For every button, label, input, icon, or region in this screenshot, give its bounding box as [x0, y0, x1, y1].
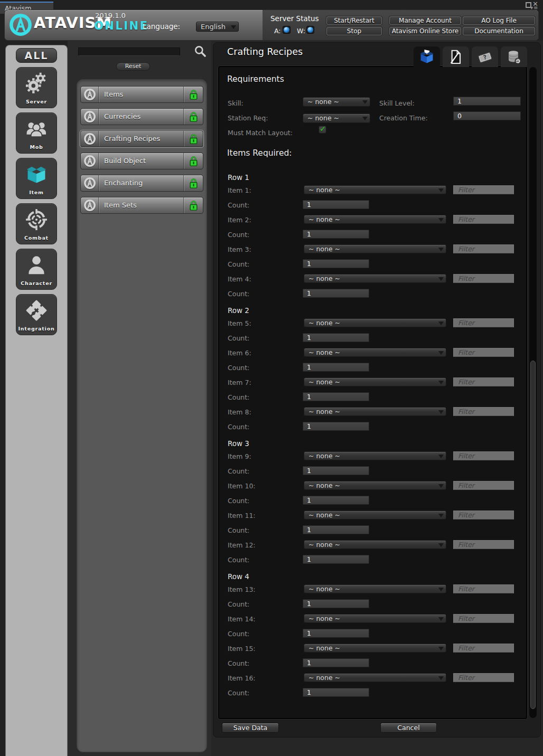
documentation-button[interactable]: Documentation [463, 27, 535, 35]
item-6-select[interactable]: ~ none ~ [304, 348, 446, 357]
skill-label: Skill: [228, 99, 244, 107]
atavism-circle-a-icon [81, 87, 98, 102]
save-data-button[interactable]: Save Data [222, 723, 279, 733]
item-10-select[interactable]: ~ none ~ [304, 481, 446, 490]
start-restart-button[interactable]: Start/Restart [326, 16, 382, 25]
sidebar-item-item[interactable]: Item [16, 158, 57, 199]
world-server-label: W: [297, 27, 305, 35]
item-5-filter-input[interactable] [453, 318, 514, 327]
item-2-filter-input[interactable] [453, 215, 514, 224]
item-1-count-input[interactable] [303, 200, 369, 209]
sidebar-item-server[interactable]: Server [16, 67, 57, 108]
item-7-filter-input[interactable] [453, 377, 514, 386]
item-16-select[interactable]: ~ none ~ [304, 673, 446, 682]
item-11-select[interactable]: ~ none ~ [304, 511, 446, 519]
item-5-select[interactable]: ~ none ~ [304, 318, 446, 327]
nav-item-enchanting[interactable]: Enchanting [80, 175, 203, 192]
creation-time-input[interactable] [453, 111, 521, 120]
sidebar-item-label: Character [21, 280, 52, 286]
skill-level-input[interactable] [453, 97, 521, 106]
nav-item-item-sets[interactable]: Item Sets [80, 197, 203, 214]
ao-log-file-button[interactable]: AO Log File [463, 16, 535, 25]
item-9-select[interactable]: ~ none ~ [304, 451, 446, 460]
item-15-select[interactable]: ~ none ~ [304, 644, 446, 653]
atavism-store-button[interactable]: Atavism Online Store [389, 27, 461, 35]
item-16-count-input[interactable] [303, 688, 369, 697]
item-7-select[interactable]: ~ none ~ [304, 377, 446, 386]
nav-item-label: Item Sets [99, 197, 183, 213]
item-12-filter-input[interactable] [453, 540, 514, 549]
cancel-button[interactable]: Cancel [380, 723, 437, 733]
lock-icon [184, 109, 203, 125]
item-3-filter-input[interactable] [453, 244, 514, 253]
item-13-filter-input[interactable] [453, 584, 514, 593]
nav-item-label: Enchanting [99, 175, 183, 191]
main-tab-blue-box[interactable] [414, 46, 440, 69]
item-5-count-input[interactable] [303, 333, 369, 342]
item-9-label: Item 9: [228, 452, 251, 460]
item-14-count-input[interactable] [303, 629, 369, 638]
item-11-filter-input[interactable] [453, 511, 514, 519]
item-15-filter-input[interactable] [453, 644, 514, 653]
item-3-value: ~ none ~ [308, 245, 340, 253]
item-10-count-input[interactable] [303, 496, 369, 505]
item-12-label: Item 12: [228, 541, 256, 549]
item-14-value: ~ none ~ [308, 615, 340, 622]
item-2-label: Item 2: [228, 216, 251, 224]
item-8-select[interactable]: ~ none ~ [304, 407, 446, 416]
item-16-filter-input[interactable] [453, 673, 514, 682]
item-6-count-input[interactable] [303, 363, 369, 372]
item-13-select[interactable]: ~ none ~ [304, 584, 446, 593]
item-3-select[interactable]: ~ none ~ [304, 244, 446, 253]
manage-account-button[interactable]: Manage Account [389, 16, 461, 25]
search-input[interactable] [78, 48, 180, 56]
sidebar-item-combat[interactable]: Combat [16, 203, 57, 244]
atavism-circle-a-icon [81, 197, 98, 213]
sidebar-item-mob[interactable]: Mob [16, 112, 57, 154]
item-11-count-input[interactable] [303, 525, 369, 534]
item-12-count-input[interactable] [303, 555, 369, 564]
item-8-count-input[interactable] [303, 422, 369, 431]
sidebar-item-character[interactable]: Character [16, 249, 57, 290]
item-14-select[interactable]: ~ none ~ [304, 614, 446, 623]
main-tab-database-refresh[interactable] [501, 46, 527, 67]
item-8-filter-input[interactable] [453, 407, 514, 416]
document-pen-icon [447, 46, 464, 68]
language-select[interactable]: English [196, 22, 239, 32]
item-1-filter-input[interactable] [453, 185, 514, 194]
nav-item-build-object[interactable]: Build Object [80, 153, 203, 169]
must-match-layout-checkbox[interactable]: ✓ [319, 126, 326, 134]
item-6-filter-input[interactable] [453, 348, 514, 357]
item-4-filter-input[interactable] [453, 274, 514, 283]
scrollbar-thumb[interactable] [530, 361, 536, 709]
item-13-count-input[interactable] [303, 599, 369, 608]
nav-item-crafting-recipes[interactable]: Crafting Recipes [80, 130, 203, 147]
item-14-filter-input[interactable] [453, 614, 514, 623]
item-2-count-input[interactable] [303, 230, 369, 239]
item-1-select[interactable]: ~ none ~ [304, 185, 446, 194]
item-2-select[interactable]: ~ none ~ [304, 215, 446, 224]
item-15-count-input[interactable] [303, 658, 369, 667]
main-tab-help-stamp[interactable]: ? [472, 46, 498, 67]
skill-select[interactable]: ~ none ~ [303, 97, 370, 107]
item-9-filter-input[interactable] [453, 451, 514, 460]
requirements-heading: Requirements [227, 74, 284, 84]
nav-item-currencies[interactable]: Currencies [80, 108, 203, 125]
item-7-label: Item 7: [228, 379, 251, 386]
station-req-select[interactable]: ~ none ~ [303, 114, 370, 123]
nav-item-items[interactable]: Items [80, 86, 203, 103]
sidebar-item-integration[interactable]: Integration [16, 294, 57, 335]
item-4-count-input[interactable] [303, 289, 369, 298]
chevron-down-icon [438, 647, 444, 650]
item-9-count-input[interactable] [303, 466, 369, 475]
all-categories-button[interactable]: ALL [16, 48, 57, 63]
item-9-value: ~ none ~ [308, 452, 340, 460]
item-7-count-input[interactable] [303, 392, 369, 401]
main-tab-document-pen[interactable] [443, 46, 469, 67]
item-12-select[interactable]: ~ none ~ [304, 540, 446, 549]
item-10-filter-input[interactable] [453, 481, 514, 490]
reset-button[interactable]: Reset [116, 62, 150, 71]
stop-button[interactable]: Stop [326, 27, 382, 35]
item-3-count-input[interactable] [303, 259, 369, 268]
item-4-select[interactable]: ~ none ~ [304, 274, 446, 283]
